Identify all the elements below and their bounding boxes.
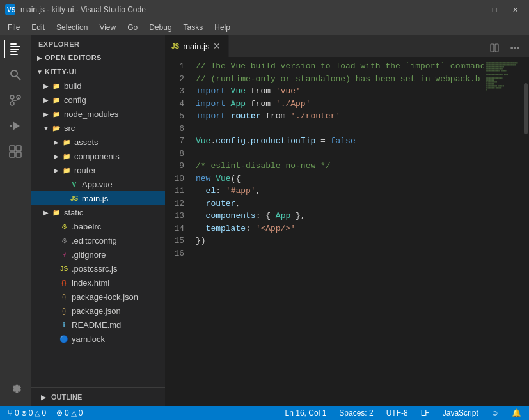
svg-rect-3: [10, 46, 20, 47]
menu-edit[interactable]: Edit: [26, 22, 50, 33]
svg-rect-2: [10, 43, 17, 45]
error-num: 0: [65, 408, 69, 417]
tree-item-babelrc[interactable]: ▶ ⚙ .babelrc: [31, 219, 165, 233]
svg-rect-4: [10, 49, 19, 50]
babel-icon: ⚙: [59, 221, 69, 231]
debug-activity-icon[interactable]: [4, 114, 27, 137]
code-line-14: template: '<App/>': [196, 222, 484, 235]
tree-item-config[interactable]: ▶ 📁 config: [31, 93, 165, 107]
language-status[interactable]: JavaScript: [440, 408, 481, 417]
tree-item-readme[interactable]: ▶ ℹ README.md: [31, 318, 165, 332]
tree-item-static[interactable]: ▶ 📁 static: [31, 205, 165, 219]
more-actions-button[interactable]: •••: [506, 39, 524, 57]
settings-activity-icon[interactable]: [4, 378, 27, 401]
tree-item-postcssrc[interactable]: ▶ JS .postcssrc.js: [31, 261, 165, 276]
smiley-icon: ☺: [491, 408, 499, 417]
code-line-12: router,: [196, 198, 484, 210]
folder-icon: 📁: [51, 109, 61, 119]
encoding-text: UTF-8: [386, 408, 408, 417]
folder-icon: 📁: [61, 137, 72, 147]
code-editor[interactable]: // The Vue build version to load with th…: [191, 58, 484, 406]
code-line-1: // The Vue build version to load with th…: [196, 60, 484, 73]
tree-item-src[interactable]: ▼ 📂 src: [31, 121, 165, 135]
notification-status[interactable]: 🔔: [509, 408, 524, 417]
kitty-ui-arrow: ▼: [35, 66, 45, 77]
open-editors-label: OPEN EDITORS: [45, 54, 102, 61]
menu-tasks[interactable]: Tasks: [178, 22, 209, 33]
minimize-button[interactable]: ─: [465, 3, 483, 16]
menu-debug[interactable]: Debug: [144, 22, 177, 33]
svg-rect-14: [10, 146, 15, 151]
code-line-9: /* eslint-disable no-new */: [196, 160, 484, 173]
errors-status[interactable]: ⊗ 0 △ 0: [54, 408, 85, 417]
code-line-2: // (runtime-only or standalone) has been…: [196, 73, 484, 86]
git-branch-icon: ⑂: [8, 408, 13, 418]
close-button[interactable]: ✕: [506, 3, 524, 16]
svg-text:VS: VS: [7, 6, 15, 13]
vertical-scrollbar[interactable]: [523, 58, 529, 406]
folder-icon: 📁: [51, 207, 61, 217]
tab-js-icon: JS: [171, 43, 179, 50]
tree-item-index-html[interactable]: ▶ {} index.html: [31, 276, 165, 290]
code-line-3: import Vue from 'vue': [196, 85, 484, 98]
open-editors-header[interactable]: ▶ OPEN EDITORS: [31, 51, 165, 65]
html-icon: {}: [59, 277, 69, 288]
tree-item-components[interactable]: ▶ 📁 components: [31, 149, 165, 163]
code-line-4: import App from './App': [196, 98, 484, 111]
menu-file[interactable]: File: [3, 22, 25, 33]
tree-item-main-js[interactable]: ▶ JS main.js: [31, 191, 165, 205]
kitty-ui-header[interactable]: ▼ KITTY-UI: [31, 65, 165, 79]
code-line-6: [196, 123, 484, 136]
json-lock-icon: {}: [59, 292, 69, 302]
line-ending-text: LF: [421, 408, 430, 417]
git-branch-status[interactable]: ⑂ 0 ⊗ 0 △ 0: [5, 408, 49, 418]
tree-item-router[interactable]: ▶ 📁 router: [31, 163, 165, 177]
tab-main-js[interactable]: JS main.js ✕: [165, 35, 229, 57]
line-ending-status[interactable]: LF: [418, 408, 432, 417]
outline-header[interactable]: ▶ OUTLINE: [31, 388, 165, 406]
outline-arrow: ▶: [38, 392, 49, 402]
status-bar: ⑂ 0 ⊗ 0 △ 0 ⊗ 0 △ 0 Ln 16, Col 1 Spaces:…: [0, 406, 529, 420]
spaces-status[interactable]: Spaces: 2: [336, 408, 375, 417]
vue-icon: V: [69, 179, 79, 189]
code-line-16: [196, 247, 484, 260]
code-line-15: }): [196, 235, 484, 247]
tree-item-build[interactable]: ▶ 📁 build: [31, 79, 165, 93]
explorer-activity-icon[interactable]: [4, 38, 27, 61]
search-activity-icon[interactable]: [4, 63, 27, 86]
svg-marker-12: [13, 121, 20, 130]
tree-item-package-lock[interactable]: ▶ {} package-lock.json: [31, 290, 165, 304]
maximize-button[interactable]: □: [486, 3, 503, 16]
warning-num: 0: [79, 408, 83, 417]
menu-selection[interactable]: Selection: [51, 22, 93, 33]
tree-item-gitignore[interactable]: ▶ ⑂ .gitignore: [31, 247, 165, 261]
tree-item-editorconfig[interactable]: ▶ ⚙ .editorconfig: [31, 233, 165, 247]
error-icon: ⊗: [56, 408, 63, 417]
tree-item-package-json[interactable]: ▶ {} package.json: [31, 304, 165, 318]
extensions-activity-icon[interactable]: [4, 140, 27, 163]
warning-count-icon: △: [35, 409, 40, 417]
cursor-position[interactable]: Ln 16, Col 1: [283, 408, 329, 417]
split-editor-button[interactable]: [486, 39, 503, 57]
error-count-icon: ⊗: [21, 409, 27, 417]
encoding-status[interactable]: UTF-8: [384, 408, 411, 417]
folder-icon: 📂: [51, 123, 61, 133]
folder-icon: 📁: [61, 165, 72, 175]
tree-item-app-vue[interactable]: ▶ V App.vue: [31, 177, 165, 191]
code-container[interactable]: 1 2 3 4 5 6 7 8 9 10 11 12 13 14 15 16 /…: [165, 58, 529, 406]
open-editors-arrow: ▶: [35, 52, 45, 63]
folder-icon: 📁: [51, 81, 61, 91]
yarn-icon: 🔵: [59, 334, 69, 344]
tree-item-node-modules[interactable]: ▶ 📁 node_modules: [31, 107, 165, 121]
scrollbar-thumb[interactable]: [524, 83, 528, 134]
menu-help[interactable]: Help: [209, 22, 235, 33]
menu-go[interactable]: Go: [122, 22, 143, 33]
tree-item-yarn-lock[interactable]: ▶ 🔵 yarn.lock: [31, 332, 165, 346]
tree-item-assets[interactable]: ▶ 📁 assets: [31, 135, 165, 149]
tab-close-button[interactable]: ✕: [213, 41, 221, 51]
source-control-activity-icon[interactable]: [4, 89, 27, 112]
menu-view[interactable]: View: [94, 22, 121, 33]
line-numbers: 1 2 3 4 5 6 7 8 9 10 11 12 13 14 15 16: [165, 58, 191, 406]
smiley-status[interactable]: ☺: [489, 408, 501, 417]
css-icon: JS: [59, 263, 69, 274]
